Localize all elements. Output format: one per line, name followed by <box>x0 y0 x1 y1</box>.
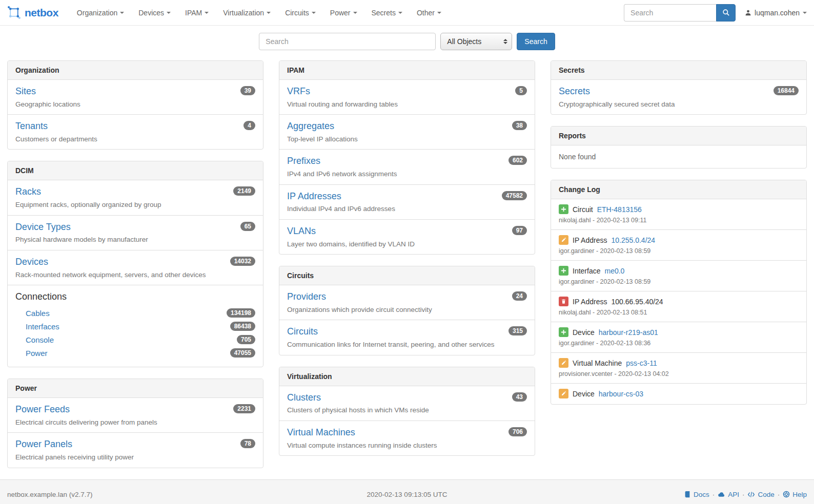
changelog-entry: Circuit ETH-4813156 nikolaj.dahl - 2020-… <box>551 199 806 229</box>
sites-link[interactable]: Sites <box>15 86 36 97</box>
code-icon <box>747 491 755 498</box>
interfaces-link[interactable]: Interfaces <box>26 322 59 331</box>
footer-link-label: Code <box>758 491 774 498</box>
separator: · <box>778 491 780 498</box>
racks-link[interactable]: Racks <box>15 186 41 197</box>
count-badge: 16844 <box>774 86 799 95</box>
item-ip-addresses: IP Addresses 47582 Individual IPv4 and I… <box>279 184 535 219</box>
menu-devices[interactable]: Devices <box>131 1 178 25</box>
changelog-entry: IP Address 10.255.0.4/24 igor.gardiner -… <box>551 229 806 260</box>
tenants-link[interactable]: Tenants <box>15 121 48 132</box>
code-link[interactable]: Code <box>747 491 774 498</box>
navbar-search-input[interactable] <box>624 4 716 22</box>
connections-row-interfaces: Interfaces 86438 <box>15 320 255 333</box>
cables-link[interactable]: Cables <box>26 309 50 318</box>
item-secrets: Secrets 16844 Cryptographically secured … <box>551 80 806 114</box>
count-badge: 2231 <box>233 404 255 413</box>
username: luqman.cohen <box>755 9 800 17</box>
search-input[interactable] <box>259 33 436 50</box>
menu-circuits[interactable]: Circuits <box>278 1 323 25</box>
changelog-object-link[interactable]: me0.0 <box>604 267 624 275</box>
item-power-panels: Power Panels 78 Electrical panels receiv… <box>8 432 263 467</box>
changelog-object-link[interactable]: ETH-4813156 <box>597 205 642 214</box>
connections-section: Connections Cables 134198 Interfaces 864… <box>8 285 263 367</box>
menu-secrets[interactable]: Secrets <box>364 1 410 25</box>
providers-link[interactable]: Providers <box>287 291 326 302</box>
chevron-down-icon <box>205 12 209 14</box>
life-ring-icon <box>783 491 790 498</box>
changelog-entry: Interface me0.0 igor.gardiner - 2020-02-… <box>551 260 806 291</box>
changelog-meta: igor.gardiner - 2020-02-13 08:59 <box>559 278 799 285</box>
api-link[interactable]: API <box>718 491 739 498</box>
menu-virtualization[interactable]: Virtualization <box>216 1 278 25</box>
changelog-object-type: Virtual Machine <box>573 359 622 367</box>
secrets-link[interactable]: Secrets <box>559 86 590 97</box>
user-menu[interactable]: luqman.cohen <box>745 9 807 17</box>
changelog-object-type: IP Address <box>573 236 607 244</box>
power-link[interactable]: Power <box>26 349 48 358</box>
menu-organization[interactable]: Organization <box>70 1 131 25</box>
footer: netbox.example.lan (v2.7.7) 2020-02-13 0… <box>0 479 814 504</box>
changelog-object-type: Interface <box>573 267 600 275</box>
item-vlans: VLANs 97 Layer two domains, identified b… <box>279 219 535 254</box>
changelog-entry: Device harbour-r219-as01 igor.gardiner -… <box>551 322 806 352</box>
footer-timestamp: 2020-02-13 09:13:05 UTC <box>274 491 540 498</box>
secrets-panel: Secrets Secrets 16844 Cryptographically … <box>551 60 807 115</box>
panel-title: IPAM <box>279 61 535 80</box>
menu-ipam[interactable]: IPAM <box>178 1 216 25</box>
item-virtual-machines: Virtual Machines 706 Virtual compute ins… <box>279 421 535 455</box>
dcim-panel: DCIM Racks 2149 Equipment racks, optiona… <box>7 161 263 367</box>
console-link[interactable]: Console <box>26 335 54 344</box>
chevron-down-icon <box>167 12 171 14</box>
netbox-brand[interactable]: netbox <box>7 6 58 19</box>
help-link[interactable]: Help <box>783 491 807 498</box>
search-icon <box>722 9 730 16</box>
changelog-object-type: Circuit <box>573 205 593 214</box>
book-icon <box>684 491 691 498</box>
prefixes-link[interactable]: Prefixes <box>287 156 320 166</box>
device-types-link[interactable]: Device Types <box>15 222 71 233</box>
vrfs-link[interactable]: VRFs <box>287 86 310 97</box>
power-panels-link[interactable]: Power Panels <box>15 439 72 450</box>
panel-title: Reports <box>551 127 806 145</box>
changelog-meta: nikolaj.dahl - 2020-02-13 09:11 <box>559 217 799 224</box>
connections-row-cables: Cables 134198 <box>15 306 255 320</box>
search-button[interactable]: Search <box>517 33 555 50</box>
changelog-object-link[interactable]: 10.255.0.4/24 <box>611 236 655 244</box>
select-stepper-icon <box>503 39 507 44</box>
docs-link[interactable]: Docs <box>684 491 709 498</box>
changelog-object-link[interactable]: pss-c3-11 <box>626 359 657 367</box>
devices-link[interactable]: Devices <box>15 257 48 267</box>
connections-row-power: Power 47055 <box>15 346 255 360</box>
item-prefixes: Prefixes 602 IPv4 and IPv6 network assig… <box>279 149 535 184</box>
right-column: Secrets Secrets 16844 Cryptographically … <box>551 60 807 416</box>
chevron-down-icon <box>437 12 441 14</box>
ipam-panel: IPAM VRFs 5 Virtual routing and forwardi… <box>279 60 535 255</box>
clusters-link[interactable]: Clusters <box>287 392 321 403</box>
selected-scope: All Objects <box>447 37 481 46</box>
count-badge: 97 <box>512 226 527 235</box>
count-badge: 315 <box>508 326 527 335</box>
navbar-search-button[interactable] <box>716 4 736 22</box>
circuits-link[interactable]: Circuits <box>287 326 318 337</box>
menu-label: Devices <box>138 9 164 17</box>
changelog-object-link[interactable]: harbour-cs-03 <box>599 390 643 398</box>
menu-other[interactable]: Other <box>410 1 449 25</box>
aggregates-link[interactable]: Aggregates <box>287 121 334 132</box>
item-sites: Sites 39 Geographic locations <box>8 80 263 114</box>
item-description: Organizations which provide circuit conn… <box>287 305 527 314</box>
item-description: IPv4 and IPv6 network assignments <box>287 170 527 179</box>
virtual-machines-link[interactable]: Virtual Machines <box>287 427 355 438</box>
changelog-object-link[interactable]: harbour-r219-as01 <box>599 328 658 337</box>
menu-power[interactable]: Power <box>323 1 364 25</box>
power-feeds-link[interactable]: Power Feeds <box>15 404 70 415</box>
item-vrfs: VRFs 5 Virtual routing and forwarding ta… <box>279 80 535 114</box>
object-type-select[interactable]: All Objects <box>440 33 512 50</box>
updated-icon <box>559 358 568 368</box>
count-badge: 14032 <box>230 257 255 266</box>
item-description: Clusters of physical hosts in which VMs … <box>287 406 527 415</box>
vlans-link[interactable]: VLANs <box>287 226 316 237</box>
item-racks: Racks 2149 Equipment racks, optionally o… <box>8 180 263 215</box>
reports-empty-text: None found <box>551 145 806 168</box>
ip-addresses-link[interactable]: IP Addresses <box>287 191 341 202</box>
